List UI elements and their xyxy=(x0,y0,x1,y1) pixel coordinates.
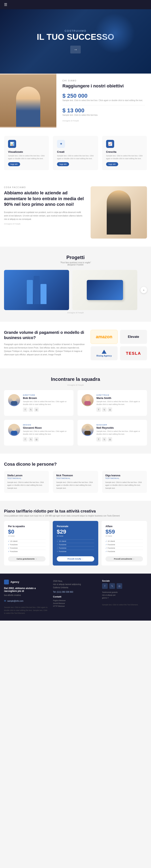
svg-rect-5 xyxy=(11,431,17,435)
footer-email[interactable]: sample@info.com xyxy=(7,600,23,602)
testimonials-heading: Cosa dicono le persone? xyxy=(4,462,147,467)
team-text-2: Sample text. Click to select the text bo… xyxy=(23,430,70,435)
team-info-2: design Giovanni Rizzo Sample text. Click… xyxy=(23,424,70,441)
avatar-svg-0 xyxy=(10,395,18,405)
footer-social-link-2[interactable]: giorno 7 xyxy=(102,596,147,599)
testimonial-label-2: testimonial xyxy=(105,477,144,479)
footer-facebook-icon[interactable]: f xyxy=(102,583,108,589)
cosa-heading: Abbiamo aiutato le aziende ad aumentare … xyxy=(4,190,84,208)
service-title-1: Creati xyxy=(57,150,94,153)
facebook-icon-1[interactable]: f xyxy=(96,407,101,412)
cosa-image xyxy=(91,186,147,239)
footer-email-row: ✉ sample@info.com xyxy=(4,599,49,602)
twitter-icon-3[interactable]: 𝕏 xyxy=(102,437,106,441)
pricing-price-0: $0 xyxy=(8,529,46,535)
facebook-icon-3[interactable]: f xyxy=(96,437,101,441)
stat-value-2: $ 13 000 xyxy=(62,107,145,114)
pricing-card-1: Personale $29 Al mese 15 Utenti Funzione… xyxy=(53,521,98,565)
service-btn-0[interactable]: leggi altri xyxy=(8,162,20,166)
instagram-icon-3[interactable]: ◎ xyxy=(108,437,112,441)
pricing-feature-0-3: Funzione xyxy=(8,550,46,553)
footer-sub: tua attività creativa xyxy=(4,594,49,596)
book-page-1 xyxy=(27,280,33,304)
testimonial-name-0: Stella Larson xyxy=(7,474,46,477)
chi-siamo-section: chi siamo Raggiungere i nostri obiettivi… xyxy=(0,73,151,128)
instagram-icon-0[interactable]: ◎ xyxy=(34,407,39,412)
footer-address: 2500 Nixa, nisi ut aliquip laoreet adipi… xyxy=(53,580,98,589)
footer-brand: Agency Dal 2002, abbiamo aiutato a racco… xyxy=(4,580,49,615)
stat-item-2: $ 13 000 Sample text. Click to select th… xyxy=(62,107,145,117)
partners-heading: Grande volume di pagamenti o modello di … xyxy=(4,330,86,340)
footer-col2-heading: Contatti xyxy=(53,595,98,598)
team-section: Incontrare la squadra Immagine di Freepi… xyxy=(0,368,151,454)
service-btn-1[interactable]: leggi altri xyxy=(57,162,69,166)
navigation: ☰ xyxy=(0,0,151,9)
carousel-next-button[interactable]: › xyxy=(141,287,147,293)
team-info-0: direttore Bob Brown Sample text. Click t… xyxy=(23,394,70,412)
pricing-grid: Per la squadra $0 Al mese 15 Utenti Funz… xyxy=(4,521,147,565)
testimonial-name-2: Olga Ivanova xyxy=(105,474,144,477)
service-btn-2[interactable]: leggi altri xyxy=(106,162,118,166)
footer-instagram-icon[interactable]: ◎ xyxy=(117,583,122,589)
team-immagine-label: Immagine di Freepik xyxy=(4,384,147,386)
rising-agency-logo: Rising Agency xyxy=(91,346,118,360)
twitter-icon-0[interactable]: 𝕏 xyxy=(29,407,33,412)
pricing-feature-0-0: 15 Utenti xyxy=(8,539,46,543)
footer-social-link-0[interactable]: Testimonial gratuito xyxy=(102,591,147,594)
twitter-icon-2[interactable]: 𝕏 xyxy=(29,437,33,441)
pricing-feature-2-1: Funzione xyxy=(105,543,143,546)
team-role-0: direttore xyxy=(23,394,70,396)
team-card-2: design Giovanni Rizzo Sample text. Click… xyxy=(4,420,74,445)
avatar-svg-3 xyxy=(83,425,92,435)
cosa-content: cosa facciamo Abbiamo aiutato le aziende… xyxy=(4,186,91,239)
pricing-btn-2[interactable]: Procedi annualmente → xyxy=(105,556,143,561)
svg-rect-7 xyxy=(84,431,91,435)
service-card-0: 📊 Visualizzato Sample text. Click to sel… xyxy=(4,136,49,170)
cosa-photo xyxy=(91,186,147,239)
pricing-btn-1[interactable]: Procedi Annully → xyxy=(57,556,94,561)
cosa-label: cosa facciamo xyxy=(4,186,84,188)
stat-desc-1: Sample text. Click to select the text bo… xyxy=(62,99,145,102)
pricing-feature-1-3: Funzione xyxy=(57,550,94,553)
footer-link-1[interactable]: Social Biessue xyxy=(53,602,98,605)
pricing-price-2: $59 xyxy=(105,529,143,535)
hero-section: costruiamo IL TUO SUCCESSO → xyxy=(0,9,151,73)
svg-point-6 xyxy=(85,426,90,431)
pricing-feature-2-2: Funzione xyxy=(105,546,143,550)
footer-link-2[interactable]: HTTP Biessue xyxy=(53,605,98,608)
facebook-icon-0[interactable]: f xyxy=(23,407,27,412)
instagram-icon-1[interactable]: ◎ xyxy=(108,407,112,412)
pricing-plan-0: Per la squadra xyxy=(8,525,46,528)
facebook-icon-2[interactable]: f xyxy=(23,437,27,441)
progetti-carousel: › xyxy=(4,270,147,310)
pricing-period-1: Al mese xyxy=(57,535,94,537)
footer-twitter-icon[interactable]: 𝕏 xyxy=(109,583,115,589)
pricing-btn-0[interactable]: Carica gratuitamente → xyxy=(8,556,46,561)
twitter-icon-1[interactable]: 𝕏 xyxy=(102,407,106,412)
svg-point-0 xyxy=(12,396,17,401)
testimonial-card-0: Stella Larson testimonial Sample text. C… xyxy=(4,471,49,493)
amazon-logo: amazon xyxy=(91,330,118,344)
progetti-image-2 xyxy=(72,270,137,310)
service-title-0: Visualizzato xyxy=(8,150,45,153)
footer-social-icons: f 𝕏 ◎ xyxy=(102,583,147,589)
hamburger-icon[interactable]: ☰ xyxy=(4,2,7,7)
svg-point-2 xyxy=(85,396,90,401)
pricing-card-2: Affare $59 Al mese 15 Utenti Funzione Fu… xyxy=(101,521,147,565)
footer-social-link-1[interactable]: nisi ut aliquip per xyxy=(102,594,147,596)
pricing-feature-2-0: 15 Utenti xyxy=(105,539,143,543)
footer-link-0[interactable]: Pagina Biessue xyxy=(53,599,98,602)
team-social-2: f 𝕏 ◎ xyxy=(23,437,70,441)
services-grid: 📊 Visualizzato Sample text. Click to sel… xyxy=(4,136,147,170)
instagram-icon-2[interactable]: ◎ xyxy=(34,437,39,441)
team-info-3: manager Neil Reynolds Sample text. Click… xyxy=(96,424,143,441)
service-title-2: Crescita xyxy=(106,150,143,153)
pricing-price-1: $29 xyxy=(57,529,94,535)
book-pages xyxy=(27,276,47,304)
pricing-features-1: 15 Utenti Funzione Funzione Funzione xyxy=(57,539,94,553)
team-info-1: direttrice Maria Smith Sample text. Clic… xyxy=(96,394,143,412)
team-text-0: Sample text. Click to select the text bo… xyxy=(23,400,70,406)
svg-rect-1 xyxy=(11,401,17,405)
team-social-1: f 𝕏 ◎ xyxy=(96,407,143,412)
testimonial-card-2: Olga Ivanova testimonial Sample text. Cl… xyxy=(102,471,147,493)
